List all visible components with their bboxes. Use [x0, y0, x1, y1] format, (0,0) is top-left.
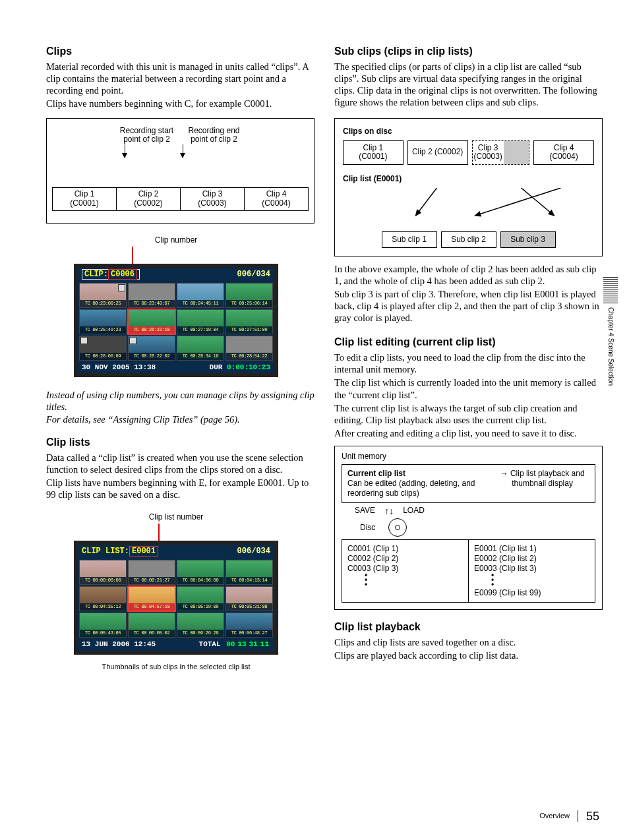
label: Current clip list — [347, 469, 489, 479]
updown-arrows-icon: ↑↓ — [384, 506, 394, 516]
text: Clips have numbers beginning with C, for… — [46, 98, 314, 109]
text: Material recorded with this unit is mana… — [46, 61, 314, 96]
timecode: TC 00:28:06:09 — [80, 353, 126, 360]
label: Clip 3 — [474, 144, 502, 153]
footer-section: Overview — [539, 812, 570, 821]
timecode: TC 00:00:21:27 — [129, 577, 175, 584]
timecode: TC 00:04:13:14 — [226, 577, 272, 584]
arrow-down-icon — [183, 144, 183, 158]
heading-sub-clips: Sub clips (clips in clip lists) — [334, 45, 603, 58]
chapter-label: Chapter 4 Scene Selection — [607, 307, 615, 386]
digit: 31 — [249, 640, 258, 648]
text: To edit a clip lists, you need to load t… — [334, 351, 603, 375]
label: CLIP: — [84, 270, 108, 279]
timecode: TC 00:05:21:08 — [226, 603, 272, 611]
side-tab: Chapter 4 Scene Selection — [603, 277, 618, 448]
label: Unit memory — [342, 452, 595, 462]
date-time: 13 JUN 2006 12:45 — [82, 640, 156, 649]
timecode: TC 00:28:34:18 — [177, 353, 224, 360]
label: Sub clip 3 — [500, 231, 556, 248]
label: Clip 1 — [345, 144, 402, 153]
diagram-subclips: Clips on disc Clip 1(C0001) Clip 2 (C000… — [334, 118, 603, 256]
digit: 13 — [237, 640, 247, 648]
counter: 006/034 — [237, 270, 270, 280]
label: SAVE — [355, 506, 375, 516]
heading-clip-list-playback: Clip list playback — [334, 620, 603, 634]
list-item: C0002 (Clip 2) — [347, 554, 463, 564]
text: The current clip list is always the targ… — [334, 402, 603, 426]
ellipsis-icon: ••• — [491, 574, 589, 588]
label: Clips on disc — [343, 127, 594, 136]
text: Sub clip 3 is part of clip 3. Therefore,… — [334, 288, 603, 324]
timecode: TC 00:28:22:02 — [129, 353, 175, 360]
label: Sub clip 2 — [441, 231, 496, 248]
list-item: E0002 (Clip list 2) — [474, 554, 589, 564]
list-item: C0001 (Clip 1) — [347, 544, 463, 554]
timecode: TC 00:06:48:27 — [226, 630, 272, 637]
label: Clip 2 — [117, 190, 180, 198]
caption: Thumbnails of sub clips in the selected … — [74, 663, 278, 672]
timecode: TC 00:24:45:11 — [177, 300, 224, 307]
text: The clip list which is currently loaded … — [334, 376, 603, 400]
timecode: TC 00:04:57:10 — [129, 603, 175, 611]
label: DUR — [210, 363, 223, 371]
timecode: TC 00:23:00:25 — [80, 300, 126, 307]
timecode: TC 00:27:51:09 — [226, 326, 272, 334]
thumb-index-icon — [603, 277, 618, 303]
timecode: TC 00:25:49:23 — [80, 326, 126, 334]
label: (C0004) — [535, 152, 592, 162]
label: Clip 4 — [245, 190, 308, 198]
arrow-down-icon — [125, 144, 125, 158]
timecode: TC 00:06:26:29 — [177, 630, 224, 637]
text: The specified clips (or parts of clips) … — [334, 61, 603, 109]
label: LOAD — [403, 506, 425, 516]
divider — [578, 810, 578, 822]
label: (C0003) — [181, 199, 244, 208]
note: For details, see “Assigning Clip Titles”… — [46, 414, 240, 425]
clip-id: C0006 — [108, 269, 137, 280]
date-time: 30 NOV 2005 13:38 — [82, 363, 156, 373]
arrow-right-icon: → — [500, 469, 508, 478]
svg-line-0 — [416, 188, 437, 216]
timecode: TC 00:28:54:22 — [226, 353, 272, 360]
label: (C0001) — [345, 152, 402, 162]
thumbnail-screen-cliplist: CLIP LIST:E0001 006/034 TC 00:00:00:00 T… — [74, 541, 278, 655]
thumbnail-screen-clip: CLIP:C0006 006/034 TC 00:23:00:25 TC 00:… — [74, 264, 278, 378]
diagram-clips-timeline: Recording start point of clip 2 Recordin… — [46, 118, 314, 224]
callout-line — [132, 247, 133, 264]
label: Can be edited (adding, deleting, and reo… — [347, 479, 489, 498]
callout-line — [158, 524, 160, 541]
clip-list-id: E0001 — [129, 546, 158, 556]
text: Clips are played back according to clip … — [334, 649, 603, 661]
label: Sub clip 1 — [382, 231, 437, 248]
text: After creating and editing a clip list, … — [334, 427, 603, 439]
heading-clip-list-editing: Clip list editing (current clip list) — [334, 336, 603, 349]
timecode: TC 00:23:40:07 — [129, 300, 175, 307]
label: Recording start point of clip 2 — [117, 127, 177, 145]
timecode: TC 00:26:22:10 — [129, 326, 175, 334]
digit: 00 — [225, 640, 235, 648]
list-item: E0001 (Clip list 1) — [474, 544, 589, 554]
counter: 006/034 — [237, 547, 270, 556]
timecode: TC 00:27:19:04 — [177, 326, 224, 334]
text: Clip lists have numbers beginning with E… — [46, 477, 314, 500]
callout-clip-number: Clip number — [74, 235, 278, 245]
list-item: E0099 (Clip list 99) — [474, 588, 589, 598]
label: (C0001) — [53, 199, 116, 208]
page-footer: Overview 55 — [539, 809, 599, 824]
heading-clips: Clips — [46, 45, 314, 58]
timecode: TC 00:05:43:05 — [80, 630, 126, 637]
disc-icon — [388, 518, 407, 537]
label: Disc — [360, 523, 375, 533]
label: Clip list (E0001) — [343, 174, 594, 184]
svg-line-2 — [475, 188, 561, 216]
label: Recording end point of clip 2 — [184, 127, 245, 145]
text: In the above example, the whole of clip … — [334, 263, 603, 287]
digit: 11 — [260, 640, 270, 648]
label: (C0003) — [474, 152, 502, 162]
label: (C0004) — [245, 199, 308, 208]
label: CLIP LIST: — [82, 547, 129, 556]
label: Clip 4 — [535, 144, 592, 153]
diagram-unit-memory: Unit memory Current clip list Can be edi… — [334, 446, 603, 610]
timecode: TC 00:06:05:02 — [129, 630, 175, 637]
